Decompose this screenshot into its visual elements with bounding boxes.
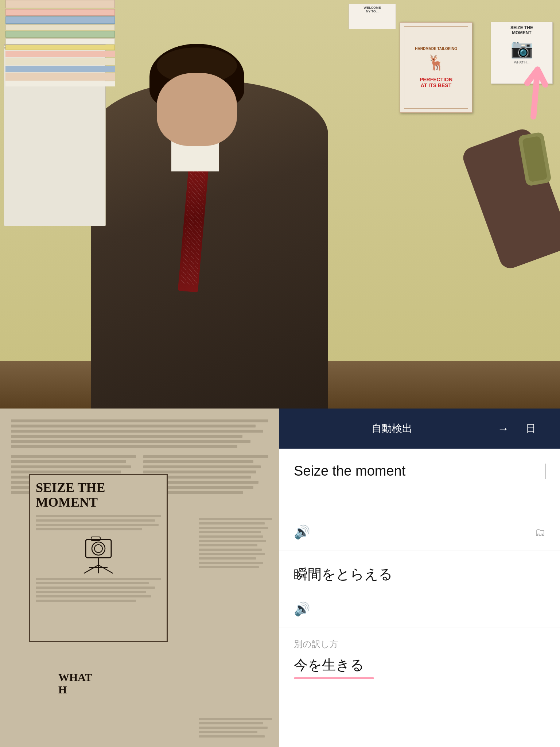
newspaper-text-top xyxy=(11,419,268,448)
newspaper-photo: SEIZE THE MOMENT xyxy=(0,409,279,747)
filing-cabinet-area xyxy=(0,0,124,274)
target-audio-icon[interactable]: 🔊 xyxy=(294,601,310,617)
target-language-label[interactable]: 日 xyxy=(516,422,545,436)
alt-translation-underline xyxy=(294,677,374,679)
poster-tailoring: HANDMADE TAILORING 🦌 PERFECTION AT ITS B… xyxy=(400,22,472,113)
paper-stacks xyxy=(5,0,115,86)
poster1-line3: AT ITS BEST xyxy=(421,83,452,88)
pink-arrow xyxy=(516,57,555,127)
camera-illustration xyxy=(36,534,161,574)
svg-line-5 xyxy=(84,565,98,573)
headline-text: SEIZE THE MOMENT xyxy=(36,481,161,510)
translation-panel: 自動検出 → 日 Seize the moment 🔊 🗂 瞬間をとらえる 🔊 … xyxy=(279,409,560,747)
camera-icon: 📷 xyxy=(494,38,549,59)
alternative-translations: 別の訳し方 今を生きる xyxy=(279,627,560,690)
welcome-sign: WELCOMENY TO... xyxy=(349,4,396,29)
top-photo: HANDMADE TAILORING 🦌 PERFECTION AT ITS B… xyxy=(0,0,560,409)
translation-header[interactable]: 自動検出 → 日 xyxy=(279,409,560,449)
bottom-right-text xyxy=(199,718,272,740)
deer-icon: 🦌 xyxy=(427,54,445,71)
folder-icon[interactable]: 🗂 xyxy=(534,526,545,538)
bottom-section: SEIZE THE MOMENT xyxy=(0,409,560,747)
alt-translation-1[interactable]: 今を生きる xyxy=(294,656,545,674)
arm-phone xyxy=(460,126,560,271)
newspaper-background: SEIZE THE MOMENT xyxy=(0,409,279,747)
svg-point-1 xyxy=(92,542,105,555)
language-swap-arrow[interactable]: → xyxy=(497,422,509,436)
right-column-text xyxy=(199,518,272,570)
person-head xyxy=(146,44,248,146)
source-text-input[interactable]: Seize the moment xyxy=(294,463,544,479)
translated-text: 瞬間をとらえる xyxy=(294,565,545,584)
target-audio-row: 🔊 xyxy=(279,591,560,627)
poster1-line2: PERFECTION xyxy=(420,77,452,82)
source-text-area[interactable]: Seize the moment xyxy=(279,449,560,514)
headline-box: SEIZE THE MOMENT xyxy=(29,474,168,642)
person-photo xyxy=(73,44,560,409)
poster1-title: HANDMADE TAILORING xyxy=(415,47,457,51)
text-cursor xyxy=(545,464,545,479)
translation-result-area: 瞬間をとらえる xyxy=(279,550,560,591)
source-audio-row: 🔊 🗂 xyxy=(279,514,560,550)
svg-point-2 xyxy=(94,545,102,553)
alt-translations-label: 別の訳し方 xyxy=(294,638,545,650)
source-language-label[interactable]: 自動検出 xyxy=(294,422,490,436)
source-audio-icon[interactable]: 🔊 xyxy=(294,525,310,540)
svg-line-6 xyxy=(98,565,113,573)
poster2-text: SEIZE THEMOMENT xyxy=(494,25,549,36)
